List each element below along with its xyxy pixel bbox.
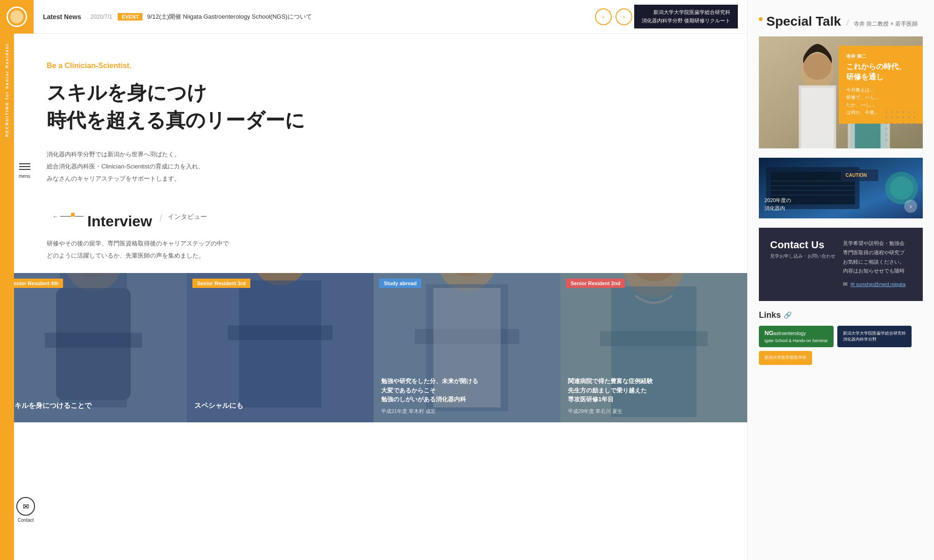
menu-icon <box>19 163 30 170</box>
interview-card-3[interactable]: Study abroad 勉強や研究をした分、未来が開ける大変であるからこそ勉強… <box>374 273 560 422</box>
card-tag-1: Senior Resident 4th <box>6 279 63 288</box>
link-badge-1-text: NGastroenterology igate School & Hands-o… <box>764 329 828 344</box>
contact-line1: 見学希望や説明会・勉強会 <box>843 239 906 248</box>
news-prev-btn[interactable]: ‹ <box>595 8 612 25</box>
menu-line-1 <box>19 163 30 164</box>
main-content: Latest News 2020/7/1 EVENT 9/12(土)開催 Nii… <box>0 0 747 560</box>
news-info-line2: 消化器内科学分野 後期研修リクルート <box>642 17 730 25</box>
contact-us-section: Contact Us 見学お申し込み・お問い合わせ 見学希望や説明会・勉強会 専… <box>759 228 923 301</box>
interview-desc-1: 研修やその後の留学、専門医資格取得後のキャリアステップの中で <box>47 238 710 250</box>
interview-cards-container: Senior Resident 4th スキルを身につけることで <box>0 273 747 422</box>
contact-us-left: Contact Us 見学お申し込み・お問い合わせ <box>770 239 835 290</box>
special-talk-name: 寺井 崇二 <box>846 53 915 60</box>
contact-label: Contact <box>18 518 34 523</box>
svg-point-50 <box>890 176 913 200</box>
interview-divider: / <box>160 213 163 224</box>
news-date: 2020/7/1 <box>91 14 113 20</box>
card-content-4: 関連病院で得た豊富な症例経験先生方の励ましで乗り越えた専攻医研修1年目 平成29… <box>560 369 747 422</box>
contact-line3: お気軽にご相談ください。 <box>843 258 906 267</box>
latest-news-label: Latest News <box>43 13 81 21</box>
news-bar-right-info: 新潟大学大学院医歯学総合研究科 消化器内科学分野 後期研修リクルート <box>634 5 738 28</box>
interview-card-4[interactable]: Senior Resident 2nd 関連病院で得た豊富な症例経験先生方の励ま… <box>560 273 747 422</box>
contact-button[interactable]: ✉ Contact <box>16 497 35 523</box>
card-name-4: 平成29年度 草石川 夏生 <box>568 408 740 415</box>
special-talk-dot <box>759 17 763 21</box>
special-talk-image[interactable]: 寺井 崇二 これからの時代、研修を通し 今月教えは...研修で、○○し...たか… <box>759 36 923 148</box>
interview-section: ← Interview / インタビュー 研修やその後の留学、専門医資格取得後の… <box>0 203 747 422</box>
right-sidebar: Special Talk / 寺井 崇二教授 × 若手医師 <box>747 0 934 560</box>
recruiting-text: RECRUITING for Senior Resident <box>5 43 9 137</box>
interview-desc-2: どのように活躍しているか、先輩医師の声を集めました。 <box>47 250 710 262</box>
contact-us-title: Contact Us <box>770 239 835 251</box>
links-title: Links 🔗 <box>759 310 923 320</box>
contact-line4: 内容はお知らせせでも随時 <box>843 266 906 276</box>
svg-text:CAUTION: CAUTION <box>846 173 867 178</box>
card-tag-2: Senior Resident 3rd <box>192 279 250 288</box>
card-quote-3: 勉強や研究をした分、未来が開ける大変であるからこそ勉強のしがいがある消化器内科 <box>381 377 553 404</box>
hero-section: Be a Clinician-Scientist. スキルを身につけ 時代を超え… <box>0 34 747 203</box>
link-badge-1[interactable]: NGastroenterology igate School & Hands-o… <box>759 326 834 348</box>
link-badge-2-text: 新潟大学大学院医歯学総合研究科消化器内科学分野 <box>843 330 906 343</box>
page-wrapper: Latest News 2020/7/1 EVENT 9/12(土)開催 Nii… <box>0 0 934 560</box>
card-content-1: スキルを身につけることで <box>0 393 187 422</box>
logo-circle <box>10 10 23 23</box>
interview-title-jp: インタビュー <box>168 213 207 221</box>
hero-title: スキルを身につけ 時代を超える真のリーダーに <box>47 79 710 134</box>
prev-icon: ‹ <box>602 13 605 21</box>
contact-us-subtitle: 見学お申し込み・お問い合わせ <box>770 253 835 259</box>
interview-title-en: Interview <box>87 213 152 230</box>
hero-subtitle: Be a Clinician-Scientist. <box>47 62 710 70</box>
special-talk-divider-sym: / <box>847 18 849 28</box>
second-image-card[interactable]: CAUTION 2020年度の 消化器内 › <box>759 158 923 218</box>
link-badge-2[interactable]: 新潟大学大学院医歯学総合研究科消化器内科学分野 <box>837 326 912 348</box>
news-next-btn[interactable]: › <box>616 8 632 25</box>
menu-button[interactable]: menu <box>19 163 30 179</box>
menu-line-2 <box>19 166 30 167</box>
site-logo[interactable] <box>0 0 34 34</box>
second-card-arrow-icon: › <box>910 203 912 210</box>
news-text: 9/12(土)開催 Niigata Gastroenterology Schoo… <box>147 13 584 21</box>
interview-arrow: ← <box>52 213 84 220</box>
hero-desc-1: 消化器内科学分野では新潟から世界へ羽ばたく。 <box>47 148 710 161</box>
special-talk-title: Special Talk <box>766 14 841 29</box>
interview-card-1[interactable]: Senior Resident 4th スキルを身につけることで <box>0 273 187 422</box>
link-badge-3-text: 新潟大学医学部医学科 <box>764 355 807 361</box>
hero-description: 消化器内科学分野では新潟から世界へ羽ばたく。 総合消化器内科医・Clinicia… <box>47 148 710 185</box>
hero-desc-3: みなさんのキャリアステップをサポートします。 <box>47 173 710 185</box>
second-card-text: 2020年度の 消化器内 <box>764 196 791 213</box>
second-card-line2: 消化器内 <box>764 204 791 213</box>
dots-pattern <box>885 111 923 148</box>
hero-title-line1: スキルを身につけ <box>47 79 710 107</box>
links-section: Links 🔗 NGastroenterology igate School &… <box>759 310 923 365</box>
news-event-tag: EVENT <box>118 13 142 21</box>
email-icon: ✉ <box>843 280 848 290</box>
card-tag-4: Senior Resident 2nd <box>566 279 625 288</box>
next-icon: › <box>623 13 625 21</box>
contact-email[interactable]: ✉ ✉ sunship@med.niigata <box>843 280 906 290</box>
news-bar: Latest News 2020/7/1 EVENT 9/12(土)開催 Nii… <box>0 0 747 34</box>
logo-inner <box>7 7 27 27</box>
special-talk-header: Special Talk / 寺井 崇二教授 × 若手医師 <box>759 14 923 29</box>
interview-description: 研修やその後の留学、専門医資格取得後のキャリアステップの中で どのように活躍して… <box>47 238 710 262</box>
links-title-icon: 🔗 <box>784 311 792 319</box>
card-quote-1: スキルを身につけることで <box>7 400 179 411</box>
link-badge-3[interactable]: 新潟大学医学部医学科 <box>759 351 812 365</box>
arrow-left-icon: ← <box>52 213 58 220</box>
links-grid: NGastroenterology igate School & Hands-o… <box>759 326 923 365</box>
hero-title-line2: 時代を超える真のリーダーに <box>47 107 710 134</box>
second-card-arrow[interactable]: › <box>904 200 917 213</box>
links-title-text: Links <box>759 310 781 320</box>
contact-icon: ✉ <box>16 497 35 516</box>
card-content-2: スペシャルにも <box>187 393 374 422</box>
card-tag-3: Study abroad <box>379 279 421 288</box>
card-content-3: 勉強や研究をした分、未来が開ける大変であるからこそ勉強のしがいがある消化器内科 … <box>374 369 560 422</box>
contact-line2: 専門医取得の過程や研究プ <box>843 248 906 258</box>
special-talk-box-title: これからの時代、研修を通し <box>846 62 915 83</box>
card-quote-4: 関連病院で得た豊富な症例経験先生方の励ましで乗り越えた専攻医研修1年目 <box>568 377 740 404</box>
svg-rect-33 <box>801 88 834 148</box>
interview-card-2[interactable]: Senior Resident 3rd スペシャルにも <box>187 273 374 422</box>
contact-us-right: 見学希望や説明会・勉強会 専門医取得の過程や研究プ お気軽にご相談ください。 内… <box>843 239 906 290</box>
contact-email-address: ✉ sunship@med.niigata <box>850 280 906 289</box>
menu-line-3 <box>19 169 30 170</box>
special-talk-subtitle: 寺井 崇二教授 × 若手医師 <box>854 20 918 28</box>
